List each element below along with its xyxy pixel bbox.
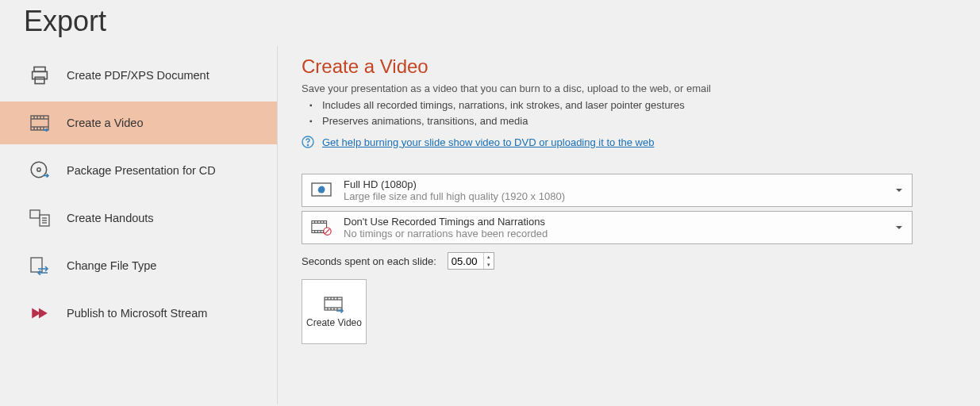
bullet-item: Preserves animations, transitions, and m… bbox=[302, 113, 956, 129]
export-sidebar: Create PDF/XPS Document Create a Video bbox=[0, 46, 278, 404]
quality-title: Full HD (1080p) bbox=[344, 178, 904, 190]
sidebar-item-label: Create PDF/XPS Document bbox=[67, 69, 209, 82]
create-video-button-label: Create Video bbox=[306, 318, 362, 328]
monitor-icon bbox=[310, 182, 332, 199]
seconds-row: Seconds spent on each slide: ▲ ▼ bbox=[302, 252, 956, 270]
sidebar-item-create-handouts[interactable]: Create Handouts bbox=[0, 197, 278, 239]
help-link[interactable]: Get help burning your slide show video t… bbox=[322, 136, 654, 148]
page-title: Export bbox=[0, 0, 980, 46]
timings-dropdown[interactable]: Don't Use Recorded Timings and Narration… bbox=[302, 211, 913, 244]
bullet-item: Includes all recorded timings, narration… bbox=[302, 98, 956, 113]
spinner-up[interactable]: ▲ bbox=[484, 253, 494, 261]
main-heading: Create a Video bbox=[302, 56, 956, 78]
film-arrow-icon bbox=[322, 296, 346, 313]
timings-subtitle: No timings or narrations have been recor… bbox=[344, 228, 904, 239]
film-no-icon bbox=[310, 219, 332, 236]
svg-rect-0 bbox=[34, 67, 45, 72]
handouts-icon bbox=[29, 207, 51, 229]
sidebar-item-change-file-type[interactable]: Change File Type bbox=[0, 244, 278, 287]
sidebar-item-label: Change File Type bbox=[67, 259, 156, 272]
sidebar-item-create-pdf-xps[interactable]: Create PDF/XPS Document bbox=[0, 54, 278, 97]
feature-bullets: Includes all recorded timings, narration… bbox=[302, 98, 956, 129]
create-video-button[interactable]: Create Video bbox=[302, 279, 367, 344]
help-icon bbox=[302, 136, 314, 148]
sidebar-item-create-video[interactable]: Create a Video bbox=[0, 102, 278, 144]
change-file-type-icon bbox=[29, 255, 51, 277]
svg-point-15 bbox=[37, 168, 40, 171]
svg-rect-39 bbox=[325, 297, 342, 310]
svg-rect-21 bbox=[31, 258, 42, 272]
svg-point-23 bbox=[307, 144, 308, 145]
sidebar-item-label: Create a Video bbox=[67, 117, 143, 129]
sidebar-item-label: Create Handouts bbox=[67, 212, 154, 224]
svg-rect-3 bbox=[31, 116, 48, 130]
spinner-buttons: ▲ ▼ bbox=[483, 253, 494, 269]
main-description: Save your presentation as a video that y… bbox=[302, 82, 956, 94]
stream-icon bbox=[29, 302, 51, 324]
sidebar-item-package-cd[interactable]: Package Presentation for CD bbox=[0, 149, 278, 192]
film-icon bbox=[29, 112, 51, 134]
sidebar-item-label: Publish to Microsoft Stream bbox=[67, 307, 207, 320]
svg-rect-2 bbox=[35, 77, 44, 83]
export-container: Create PDF/XPS Document Create a Video bbox=[0, 46, 980, 404]
chevron-down-icon bbox=[896, 189, 902, 192]
seconds-label: Seconds spent on each slide: bbox=[302, 255, 436, 267]
spinner-down[interactable]: ▼ bbox=[484, 261, 494, 269]
help-row: Get help burning your slide show video t… bbox=[302, 136, 956, 148]
dropdown-text: Don't Use Recorded Timings and Narration… bbox=[344, 216, 904, 239]
seconds-spinner[interactable]: ▲ ▼ bbox=[448, 252, 494, 270]
printer-icon bbox=[29, 64, 51, 86]
main-panel: Create a Video Save your presentation as… bbox=[278, 46, 980, 404]
seconds-input[interactable] bbox=[448, 253, 483, 269]
dropdown-text: Full HD (1080p) Large file size and full… bbox=[344, 178, 904, 202]
quality-subtitle: Large file size and full high quality (1… bbox=[344, 190, 904, 202]
disc-icon bbox=[29, 159, 51, 182]
sidebar-item-publish-stream[interactable]: Publish to Microsoft Stream bbox=[0, 292, 278, 335]
sidebar-item-label: Package Presentation for CD bbox=[67, 164, 216, 177]
chevron-down-icon bbox=[896, 226, 902, 229]
video-quality-dropdown[interactable]: Full HD (1080p) Large file size and full… bbox=[302, 174, 913, 207]
svg-rect-16 bbox=[30, 210, 40, 218]
timings-title: Don't Use Recorded Timings and Narration… bbox=[344, 216, 904, 228]
